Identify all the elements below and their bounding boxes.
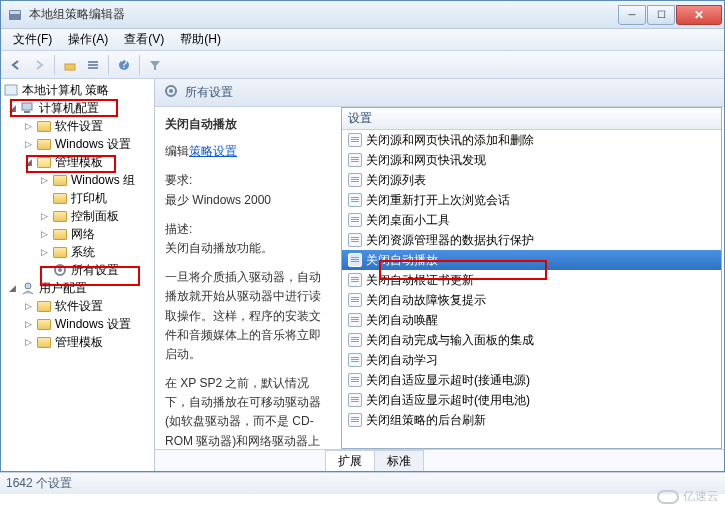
list-item[interactable]: 关闭自动学习 [342, 350, 721, 370]
menu-help[interactable]: 帮助(H) [172, 29, 229, 50]
list-item[interactable]: 关闭自动播放 [342, 250, 721, 270]
up-button[interactable] [59, 54, 81, 76]
detail-title: 关闭自动播放 [165, 115, 331, 134]
list-item-label: 关闭自动故障恢复提示 [366, 292, 486, 309]
list-item-label: 关闭源和网页快讯的添加和删除 [366, 132, 534, 149]
menu-view[interactable]: 查看(V) [116, 29, 172, 50]
tree-network[interactable]: ▷网络 [1, 225, 154, 243]
svg-rect-1 [10, 11, 20, 14]
forward-button[interactable] [28, 54, 50, 76]
list-item[interactable]: 关闭资源管理器的数据执行保护 [342, 230, 721, 250]
tree-user-config[interactable]: ◢用户配置 [1, 279, 154, 297]
folder-icon [52, 190, 68, 206]
svg-rect-2 [65, 64, 75, 70]
tree-admin-templates[interactable]: ◢管理模板 [1, 153, 154, 171]
tree-windows-components[interactable]: ▷Windows 组 [1, 171, 154, 189]
expand-icon[interactable]: ▷ [39, 247, 50, 258]
list-item[interactable]: 关闭自适应显示超时(接通电源) [342, 370, 721, 390]
list-body[interactable]: 关闭源和网页快讯的添加和删除关闭源和网页快讯发现关闭源列表关闭重新打开上次浏览会… [342, 130, 721, 448]
policy-item-icon [348, 173, 362, 187]
expand-icon[interactable]: ▷ [23, 121, 34, 132]
list-item[interactable]: 关闭源和网页快讯的添加和删除 [342, 130, 721, 150]
collapse-icon[interactable]: ◢ [7, 103, 18, 114]
svg-rect-10 [24, 111, 30, 113]
tree-system[interactable]: ▷系统 [1, 243, 154, 261]
statusbar: 1642 个设置 [0, 472, 725, 494]
tree-printers[interactable]: 打印机 [1, 189, 154, 207]
description-text: 一旦将介质插入驱动器，自动播放就开始从驱动器中进行读取操作。这样，程序的安装文件… [165, 268, 331, 364]
expand-icon[interactable]: ▷ [39, 175, 50, 186]
svg-point-13 [169, 89, 173, 93]
tab-standard[interactable]: 标准 [374, 450, 424, 471]
expand-icon[interactable]: ▷ [39, 211, 50, 222]
list-item-label: 关闭重新打开上次浏览会话 [366, 192, 510, 209]
minimize-button[interactable]: ─ [618, 5, 646, 25]
edit-policy-link[interactable]: 策略设置 [189, 144, 237, 158]
svg-point-11 [25, 283, 31, 289]
list-column-header[interactable]: 设置 [342, 108, 721, 130]
list-item-label: 关闭自动唤醒 [366, 312, 438, 329]
status-count: 1642 个设置 [6, 475, 72, 492]
list-item[interactable]: 关闭源列表 [342, 170, 721, 190]
right-pane: 所有设置 关闭自动播放 编辑策略设置 要求: 最少 Windows 2000 描… [155, 79, 724, 471]
list-item-label: 关闭自动播放 [366, 252, 438, 269]
requirement-value: 最少 Windows 2000 [165, 191, 331, 210]
collapse-icon[interactable]: ◢ [7, 283, 18, 294]
folder-icon [36, 298, 52, 314]
tree-software-settings[interactable]: ▷软件设置 [1, 117, 154, 135]
cloud-icon [657, 490, 679, 504]
list-item-label: 关闭桌面小工具 [366, 212, 450, 229]
back-button[interactable] [5, 54, 27, 76]
list-item-label: 关闭组策略的后台刷新 [366, 412, 486, 429]
folder-icon [52, 208, 68, 224]
policy-item-icon [348, 313, 362, 327]
tree-u-admin[interactable]: ▷管理模板 [1, 333, 154, 351]
svg-rect-3 [88, 61, 98, 63]
list-item-label: 关闭源和网页快讯发现 [366, 152, 486, 169]
menu-file[interactable]: 文件(F) [5, 29, 60, 50]
collapse-icon[interactable]: ◢ [23, 157, 34, 168]
folder-icon [36, 136, 52, 152]
policy-item-icon [348, 413, 362, 427]
user-icon [20, 280, 36, 296]
policy-item-icon [348, 333, 362, 347]
expand-icon[interactable]: ▷ [23, 139, 34, 150]
list-item[interactable]: 关闭自适应显示超时(使用电池) [342, 390, 721, 410]
list-item-label: 关闭自动根证书更新 [366, 272, 474, 289]
expand-icon[interactable]: ▷ [23, 319, 34, 330]
tree-windows-settings[interactable]: ▷Windows 设置 [1, 135, 154, 153]
help-button[interactable]: ? [113, 54, 135, 76]
tree-all-settings[interactable]: 所有设置 [1, 261, 154, 279]
close-button[interactable]: ✕ [676, 5, 722, 25]
tree-u-software[interactable]: ▷软件设置 [1, 297, 154, 315]
window-title: 本地组策略编辑器 [29, 6, 617, 23]
tree-computer-config[interactable]: ◢计算机配置 [1, 99, 154, 117]
svg-rect-4 [88, 64, 98, 66]
policy-item-icon [348, 373, 362, 387]
filter-button[interactable] [144, 54, 166, 76]
tabs: 扩展 标准 [155, 449, 724, 471]
content-header: 所有设置 [155, 79, 724, 107]
list-item[interactable]: 关闭组策略的后台刷新 [342, 410, 721, 430]
list-item[interactable]: 关闭桌面小工具 [342, 210, 721, 230]
tree-pane[interactable]: 本地计算机 策略 ◢计算机配置 ▷软件设置 ▷Windows 设置 ◢管理模板 … [1, 79, 155, 471]
gear-icon [163, 83, 179, 102]
tree-control-panel[interactable]: ▷控制面板 [1, 207, 154, 225]
list-item[interactable]: 关闭源和网页快讯发现 [342, 150, 721, 170]
list-item[interactable]: 关闭自动唤醒 [342, 310, 721, 330]
maximize-button[interactable]: ☐ [647, 5, 675, 25]
list-item[interactable]: 关闭自动根证书更新 [342, 270, 721, 290]
list-item[interactable]: 关闭重新打开上次浏览会话 [342, 190, 721, 210]
titlebar[interactable]: 本地组策略编辑器 ─ ☐ ✕ [1, 1, 724, 29]
expand-icon[interactable]: ▷ [23, 337, 34, 348]
tree-root[interactable]: 本地计算机 策略 [1, 81, 154, 99]
expand-icon[interactable]: ▷ [39, 229, 50, 240]
tree-u-windows[interactable]: ▷Windows 设置 [1, 315, 154, 333]
list-item[interactable]: 关闭自动故障恢复提示 [342, 290, 721, 310]
menu-action[interactable]: 操作(A) [60, 29, 116, 50]
tab-extended[interactable]: 扩展 [325, 450, 375, 471]
list-item[interactable]: 关闭自动完成与输入面板的集成 [342, 330, 721, 350]
expand-icon[interactable]: ▷ [23, 301, 34, 312]
folder-icon [36, 334, 52, 350]
list-view-button[interactable] [82, 54, 104, 76]
